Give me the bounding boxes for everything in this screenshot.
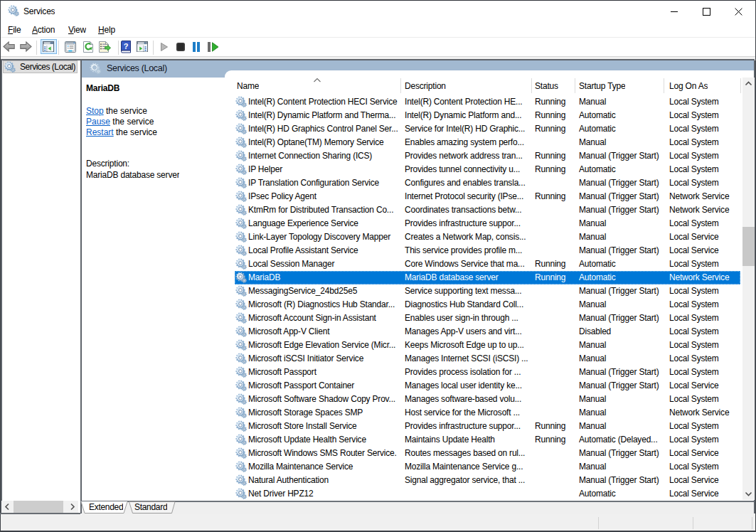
svg-text:?: ? xyxy=(124,42,129,50)
